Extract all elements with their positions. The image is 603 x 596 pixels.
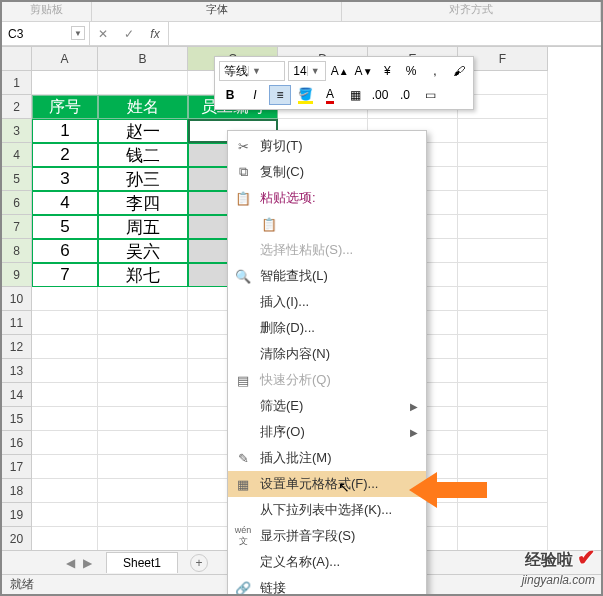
table-cell[interactable]: 6 bbox=[32, 239, 98, 263]
row-header[interactable]: 1 bbox=[2, 71, 32, 95]
border-icon[interactable]: ▦ bbox=[344, 85, 366, 105]
row-header[interactable]: 2 bbox=[2, 95, 32, 119]
cell[interactable] bbox=[458, 167, 548, 191]
increase-decimal-icon[interactable]: .00 bbox=[369, 85, 391, 105]
row-header[interactable]: 14 bbox=[2, 383, 32, 407]
add-sheet-icon[interactable]: + bbox=[190, 554, 208, 572]
menu-filter[interactable]: 筛选(E)▶ bbox=[228, 393, 426, 419]
cell[interactable] bbox=[32, 383, 98, 407]
table-cell[interactable]: 李四 bbox=[98, 191, 188, 215]
table-cell[interactable]: 1 bbox=[32, 119, 98, 143]
table-cell[interactable]: 3 bbox=[32, 167, 98, 191]
row-header[interactable]: 3 bbox=[2, 119, 32, 143]
row-header[interactable]: 5 bbox=[2, 167, 32, 191]
decrease-decimal-icon[interactable]: .0 bbox=[394, 85, 416, 105]
cell[interactable] bbox=[98, 503, 188, 527]
menu-insert-comment[interactable]: ✎插入批注(M) bbox=[228, 445, 426, 471]
cell[interactable] bbox=[458, 311, 548, 335]
fx-icon[interactable]: fx bbox=[142, 27, 168, 41]
cell[interactable] bbox=[458, 191, 548, 215]
table-cell[interactable]: 4 bbox=[32, 191, 98, 215]
row-header[interactable]: 16 bbox=[2, 431, 32, 455]
cell[interactable] bbox=[32, 287, 98, 311]
cell[interactable] bbox=[32, 407, 98, 431]
menu-insert[interactable]: 插入(I)... bbox=[228, 289, 426, 315]
row-header[interactable]: 10 bbox=[2, 287, 32, 311]
cell[interactable] bbox=[458, 407, 548, 431]
currency-icon[interactable]: ¥ bbox=[377, 61, 398, 81]
chevron-down-icon[interactable]: ▼ bbox=[248, 66, 260, 76]
menu-sort[interactable]: 排序(O)▶ bbox=[228, 419, 426, 445]
chevron-down-icon[interactable]: ▼ bbox=[307, 66, 319, 76]
tab-nav-next-icon[interactable]: ▶ bbox=[83, 556, 92, 570]
cell[interactable] bbox=[32, 455, 98, 479]
cell[interactable] bbox=[458, 143, 548, 167]
menu-show-pinyin[interactable]: wén文显示拼音字段(S) bbox=[228, 523, 426, 549]
cell[interactable] bbox=[458, 263, 548, 287]
cell[interactable] bbox=[32, 503, 98, 527]
format-painter-icon[interactable]: 🖌 bbox=[448, 61, 469, 81]
menu-cut[interactable]: ✂剪切(T) bbox=[228, 133, 426, 159]
table-cell[interactable]: 周五 bbox=[98, 215, 188, 239]
row-header[interactable]: 20 bbox=[2, 527, 32, 551]
cell[interactable] bbox=[32, 311, 98, 335]
table-cell[interactable]: 孙三 bbox=[98, 167, 188, 191]
row-header[interactable]: 15 bbox=[2, 407, 32, 431]
cell[interactable] bbox=[32, 71, 98, 95]
table-header[interactable]: 姓名 bbox=[98, 95, 188, 119]
row-header[interactable]: 11 bbox=[2, 311, 32, 335]
menu-clear-contents[interactable]: 清除内容(N) bbox=[228, 341, 426, 367]
row-header[interactable]: 12 bbox=[2, 335, 32, 359]
table-cell[interactable]: 郑七 bbox=[98, 263, 188, 287]
cell[interactable] bbox=[98, 383, 188, 407]
cell[interactable] bbox=[32, 431, 98, 455]
bold-button[interactable]: B bbox=[219, 85, 241, 105]
cell[interactable] bbox=[32, 479, 98, 503]
cell[interactable] bbox=[98, 335, 188, 359]
menu-smart-lookup[interactable]: 🔍智能查找(L) bbox=[228, 263, 426, 289]
row-header[interactable]: 18 bbox=[2, 479, 32, 503]
cell[interactable] bbox=[458, 215, 548, 239]
row-header[interactable]: 9 bbox=[2, 263, 32, 287]
menu-copy[interactable]: ⧉复制(C) bbox=[228, 159, 426, 185]
menu-hyperlink[interactable]: 🔗链接 bbox=[228, 575, 426, 596]
tab-nav-prev-icon[interactable]: ◀ bbox=[66, 556, 75, 570]
table-cell[interactable]: 吴六 bbox=[98, 239, 188, 263]
fill-color-icon[interactable]: 🪣 bbox=[294, 85, 316, 105]
cell[interactable] bbox=[98, 287, 188, 311]
font-size-select[interactable]: 14 ▼ bbox=[288, 61, 326, 81]
cell[interactable] bbox=[458, 431, 548, 455]
menu-pick-from-list[interactable]: 从下拉列表中选择(K)... bbox=[228, 497, 426, 523]
cancel-icon[interactable]: ✕ bbox=[90, 27, 116, 41]
cell[interactable] bbox=[458, 287, 548, 311]
cell[interactable] bbox=[458, 335, 548, 359]
table-cell[interactable]: 7 bbox=[32, 263, 98, 287]
select-all-corner[interactable] bbox=[2, 47, 32, 71]
cell[interactable] bbox=[458, 359, 548, 383]
row-header[interactable]: 7 bbox=[2, 215, 32, 239]
cell[interactable] bbox=[98, 311, 188, 335]
cell[interactable] bbox=[32, 335, 98, 359]
menu-delete[interactable]: 删除(D)... bbox=[228, 315, 426, 341]
cell[interactable] bbox=[32, 527, 98, 551]
cell[interactable] bbox=[98, 455, 188, 479]
accept-icon[interactable]: ✓ bbox=[116, 27, 142, 41]
row-header[interactable]: 19 bbox=[2, 503, 32, 527]
comma-icon[interactable]: , bbox=[424, 61, 445, 81]
chevron-down-icon[interactable]: ▼ bbox=[71, 26, 85, 40]
table-cell[interactable]: 5 bbox=[32, 215, 98, 239]
name-box[interactable]: C3 ▼ bbox=[2, 22, 90, 45]
cell[interactable] bbox=[98, 71, 188, 95]
row-header[interactable]: 8 bbox=[2, 239, 32, 263]
cell[interactable] bbox=[98, 479, 188, 503]
table-cell[interactable]: 赵一 bbox=[98, 119, 188, 143]
cell[interactable] bbox=[98, 359, 188, 383]
menu-paste-option-1[interactable]: 📋 bbox=[228, 211, 426, 237]
cell[interactable] bbox=[458, 119, 548, 143]
cell[interactable] bbox=[32, 359, 98, 383]
cell[interactable] bbox=[98, 431, 188, 455]
sheet-tab[interactable]: Sheet1 bbox=[106, 552, 178, 573]
align-center-icon[interactable]: ≡ bbox=[269, 85, 291, 105]
cell[interactable] bbox=[98, 407, 188, 431]
font-name-select[interactable]: 等线 ▼ bbox=[219, 61, 285, 81]
